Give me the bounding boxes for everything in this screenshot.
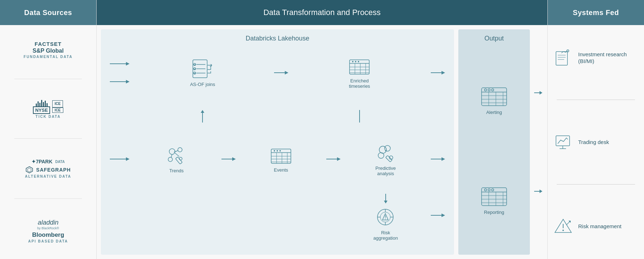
svg-marker-30 <box>201 110 204 113</box>
trading-desk-item: Trading desk <box>553 129 639 154</box>
entry-arrow-top <box>110 58 130 69</box>
svg-line-37 <box>174 150 178 152</box>
enriched-timeseries-icon <box>348 56 371 76</box>
databricks-title: Databricks Lakehouse <box>106 35 449 42</box>
ice-box-icon: ICE <box>52 100 63 107</box>
reporting-item: Reporting <box>464 184 525 215</box>
aladdin-text: aladdin <box>38 219 58 226</box>
down-line <box>356 110 363 123</box>
predictive-analysis-icon <box>374 142 397 163</box>
predictive-analysis-node: Predictiveanalysis <box>371 142 400 176</box>
output-items: Alerting <box>464 49 525 249</box>
trends-to-events-arrow <box>221 154 236 164</box>
reporting-label: Reporting <box>484 210 504 215</box>
svg-point-19 <box>355 61 356 62</box>
risk-aggregation-icon <box>374 206 397 228</box>
bottom-row: Trends <box>110 142 445 176</box>
risk-row: Riskaggregation <box>110 194 445 241</box>
data-sources-header: Data Sources <box>0 0 96 25</box>
sp-text: S&P Global <box>33 48 64 54</box>
svg-point-115 <box>562 230 564 231</box>
risk-to-output <box>431 194 445 221</box>
svg-point-93 <box>488 189 490 191</box>
svg-point-57 <box>379 146 386 153</box>
arrow-1 <box>110 58 131 69</box>
trends-entry-arrow <box>110 154 130 164</box>
svg-point-58 <box>385 145 390 151</box>
svg-marker-102 <box>540 91 542 95</box>
entry-arrow-middle <box>110 76 130 87</box>
factset-text: FACTSET <box>35 41 62 47</box>
as-of-joins-label: AS-OF joins <box>190 82 215 87</box>
trading-svg-icon <box>554 133 572 151</box>
svg-point-36 <box>168 157 172 162</box>
as-of-joins-icon <box>191 58 214 80</box>
divider-3 <box>14 198 82 199</box>
svg-rect-105 <box>556 52 567 65</box>
systems-divider-2 <box>557 184 635 184</box>
transformation-header: Data Transformation and Process <box>97 0 547 25</box>
enriched-timeseries-node: Enrichedtimeseries <box>345 56 374 89</box>
risk-aggregation-node: Riskaggregation <box>371 206 400 241</box>
output-to-systems-arrows <box>534 29 543 255</box>
tick-group: NYSE ICE ICE TICK DATA <box>7 96 89 121</box>
risk-to-output-arrow <box>431 210 445 221</box>
safegraph-logo: SAFEGRAPH <box>7 166 89 174</box>
investment-icon <box>553 49 573 67</box>
systems-divider-1 <box>557 100 635 100</box>
systems-fed-panel: Systems Fed Investment research (BI/ <box>547 0 644 259</box>
svg-marker-13 <box>210 66 212 67</box>
arrow-to-output <box>431 67 445 78</box>
svg-point-94 <box>492 189 494 191</box>
reporting-icon <box>480 184 508 207</box>
divider-2 <box>14 138 82 139</box>
systems-content: Investment research (BI/MI) Trading desk <box>548 25 644 259</box>
svg-marker-67 <box>384 201 387 203</box>
svg-marker-78 <box>441 214 445 217</box>
svg-marker-104 <box>540 190 542 193</box>
api-group: aladdin by BlackRock® Bloomberg API BASE… <box>7 216 89 246</box>
nyse-bars-icon <box>36 99 48 106</box>
as-of-joins-node: AS-OF joins <box>188 58 217 87</box>
api-label: API BASED DATA <box>7 239 89 243</box>
svg-point-48 <box>279 150 281 152</box>
to-systems-arrow-2 <box>534 186 543 197</box>
svg-marker-5 <box>126 80 130 83</box>
flow-area: AS-OF joins <box>106 48 449 249</box>
svg-point-41 <box>179 157 182 160</box>
data-sources-panel: Data Sources FACTSET S&P Global FUNDAMEN… <box>0 0 97 259</box>
svg-line-38 <box>171 154 172 158</box>
databricks-container: Databricks Lakehouse <box>101 29 454 255</box>
ice-label: ICE <box>52 107 63 113</box>
alternative-label: ALTERNATIVE DATA <box>7 174 89 178</box>
arrow-2 <box>110 76 131 87</box>
trading-icon <box>553 133 573 151</box>
predictive-analysis-label: Predictiveanalysis <box>375 166 396 176</box>
7park-data-text: DATA <box>55 160 65 164</box>
svg-rect-62 <box>386 155 392 162</box>
divider-1 <box>14 79 82 79</box>
svg-point-35 <box>178 148 182 152</box>
enriched-down: Riskaggregation <box>374 194 397 241</box>
events-to-predictive-arrow <box>326 154 341 164</box>
alerting-icon <box>480 84 508 107</box>
svg-point-82 <box>488 89 490 91</box>
middle-content: Databricks Lakehouse <box>97 25 547 259</box>
svg-marker-56 <box>337 157 341 161</box>
alerting-label: Alerting <box>486 110 502 115</box>
main-container: Data Sources FACTSET S&P Global FUNDAMEN… <box>0 0 644 259</box>
svg-point-83 <box>492 89 494 91</box>
7park-logo: ✦7PARK DATA <box>7 159 89 164</box>
data-sources-content: FACTSET S&P Global FUNDAMENTAL DATA <box>0 25 96 259</box>
middle-panel: Data Transformation and Process Databric… <box>97 0 547 259</box>
aladdin-logo: aladdin <box>7 219 89 226</box>
events-node: Events <box>267 145 295 173</box>
risk-mgmt-svg-icon <box>554 217 572 235</box>
svg-marker-28 <box>441 71 445 75</box>
tick-label: TICK DATA <box>7 115 89 119</box>
trends-node: Trends <box>162 144 191 173</box>
risk-mgmt-label: Risk management <box>578 223 621 230</box>
safegraph-text: SAFEGRAPH <box>36 167 71 173</box>
svg-point-59 <box>378 153 384 158</box>
factset-logo: FACTSET <box>7 41 89 47</box>
